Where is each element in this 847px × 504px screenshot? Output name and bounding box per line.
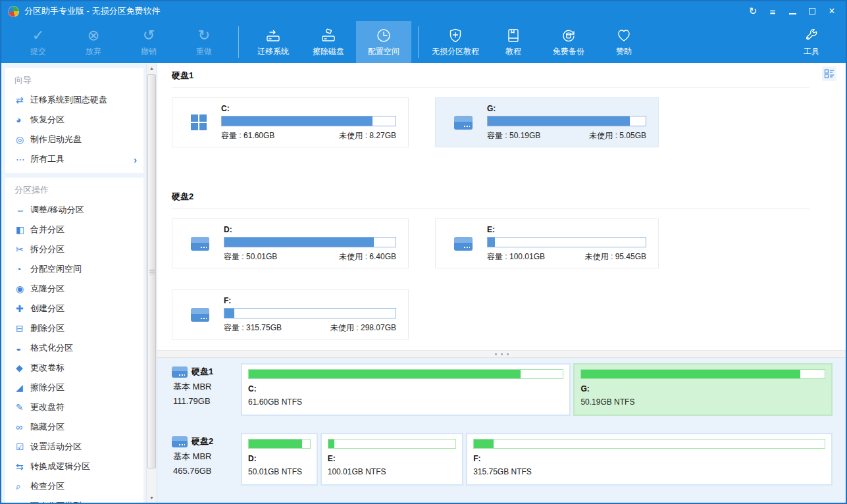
disk1-label[interactable]: 硬盘1 基本 MBR 111.79GB xyxy=(172,363,241,416)
check-partition-icon: ⌕ xyxy=(16,482,30,491)
sidebar-item-delete[interactable]: ⊟ 删除分区 xyxy=(5,318,143,338)
sidebar-item-convert-logical[interactable]: ⇆ 转换成逻辑分区 xyxy=(5,457,143,476)
tutorial-button[interactable]: 教程 xyxy=(486,21,541,63)
partition-block-c[interactable]: C: 61.60GB NTFS xyxy=(241,363,571,416)
sidebar-item-change-drive-letter[interactable]: ✎ 更改盘符 xyxy=(5,397,143,417)
unused-text: 未使用 : 5.05GB xyxy=(589,130,646,141)
partition-card-f[interactable]: F: 容量 : 315.75GB 未使用 : 298.07GB xyxy=(172,290,409,340)
sidebar-item-wipe[interactable]: ◢ 擦除分区 xyxy=(5,378,143,397)
usage-bar xyxy=(580,369,825,379)
lossless-tutorial-button[interactable]: 无损分区教程 xyxy=(425,21,486,63)
redo-button[interactable]: ↻ 重做 xyxy=(176,21,232,63)
unused-text: 未使用 : 6.40GB xyxy=(339,251,396,263)
disk-meta: 基本 MBR xyxy=(172,451,241,463)
panel-splitter[interactable] xyxy=(157,350,846,358)
sidebar-section-title: 分区操作 xyxy=(5,178,143,200)
partition-card-d[interactable]: D: 容量 : 50.01GB 未使用 : 6.40GB xyxy=(172,218,409,268)
sidebar-section-title: 向导 xyxy=(5,68,143,90)
partition-card-e[interactable]: E: 容量 : 100.01GB 未使用 : 95.45GB xyxy=(435,218,659,268)
partition-block-g[interactable]: G: 50.19GB NTFS xyxy=(573,363,833,416)
window-title: 分区助手专业版 - 无损分区免费软件 xyxy=(24,5,744,17)
migrate-os-icon xyxy=(265,27,282,44)
heart-icon xyxy=(615,27,632,44)
disk-size: 465.76GB xyxy=(172,466,241,476)
disk1-row: 硬盘1 基本 MBR 111.79GB C: 61.60GB NTFS xyxy=(172,363,833,416)
disk-size: 111.79GB xyxy=(172,396,241,406)
sidebar-item-create[interactable]: ✚ 创建分区 xyxy=(5,299,143,318)
sidebar-section-wizards: 向导 ⇄ 迁移系统到固态硬盘 ◕ 恢复分区 ◎ 制作启动光盘 ⋯ xyxy=(5,68,143,173)
format-icon: ◒ xyxy=(16,343,30,353)
wrench-icon xyxy=(803,27,820,44)
free-backup-button[interactable]: 免费备份 xyxy=(541,21,596,63)
drive-arrow-icon: ⇄ xyxy=(16,95,30,105)
unused-text: 未使用 : 8.27GB xyxy=(339,130,396,141)
split-icon: ✂ xyxy=(16,245,30,254)
refresh-icon[interactable]: ↻ xyxy=(744,4,761,18)
allocate-space-button[interactable]: 配置空间 xyxy=(356,21,411,63)
shield-plus-icon xyxy=(447,27,464,44)
disk2-label[interactable]: 硬盘2 基本 MBR 465.76GB xyxy=(172,433,241,486)
usage-bar xyxy=(221,116,396,126)
discard-button[interactable]: ⊗ 放弃 xyxy=(66,21,121,63)
scroll-down-arrow-icon[interactable]: ▼ xyxy=(147,493,157,503)
capacity-text: 容量 : 315.75GB xyxy=(224,322,282,334)
sidebar-item-clone[interactable]: ◉ 克隆分区 xyxy=(5,279,143,299)
capacity-text: 容量 : 50.01GB xyxy=(224,251,277,263)
sidebar-item-change-label[interactable]: ◆ 更改卷标 xyxy=(5,358,143,378)
usage-bar xyxy=(248,369,563,379)
sidebar-item-resize-move[interactable]: ⇔ 调整/移动分区 xyxy=(5,200,143,220)
create-icon: ✚ xyxy=(16,304,30,313)
partition-card-g[interactable]: G: 容量 : 50.19GB 未使用 : 5.05GB xyxy=(435,97,659,147)
sidebar-item-merge[interactable]: ◧ 合并分区 xyxy=(5,220,143,239)
app-logo-icon xyxy=(8,6,19,17)
active-partition-icon: ☑ xyxy=(16,442,30,451)
scroll-up-arrow-icon[interactable]: ▲ xyxy=(147,63,157,73)
usage-bar xyxy=(487,116,646,126)
maximize-button[interactable] xyxy=(804,4,821,18)
disk1-heading: 硬盘1 xyxy=(172,63,846,82)
partition-block-d[interactable]: D: 50.01GB NTFS xyxy=(241,433,318,486)
minimize-button[interactable] xyxy=(784,4,801,18)
label-tag-icon: ◆ xyxy=(16,363,30,372)
disk-map-panel: 硬盘1 基本 MBR 111.79GB C: 61.60GB NTFS xyxy=(157,358,846,503)
tools-button[interactable]: 工具 xyxy=(784,21,839,63)
sidebar-item-format[interactable]: ◒ 格式化分区 xyxy=(5,338,143,358)
windows-logo-icon xyxy=(191,114,207,130)
partition-block-e[interactable]: E: 100.01GB NTFS xyxy=(321,433,463,486)
toolbar: ✓ 提交 ⊗ 放弃 ↺ 撤销 ↻ 重做 迁移系统 xyxy=(1,21,846,63)
scrollbar-thumb[interactable] xyxy=(147,74,156,468)
unused-text: 未使用 : 95.45GB xyxy=(585,251,646,263)
partition-card-c[interactable]: C: 容量 : 61.60GB 未使用 : 8.27GB xyxy=(172,97,409,147)
sidebar-item-migrate-to-ssd[interactable]: ⇄ 迁移系统到固态硬盘 xyxy=(5,90,143,110)
capacity-text: 容量 : 50.19GB xyxy=(487,130,540,141)
undo-icon: ↺ xyxy=(143,27,155,44)
sidebar-item-split[interactable]: ✂ 拆分分区 xyxy=(5,239,143,259)
sidebar-item-all-tools[interactable]: ⋯ 所有工具 › xyxy=(5,149,143,169)
migrate-os-button[interactable]: 迁移系统 xyxy=(245,21,301,63)
capacity-text: 容量 : 100.01GB xyxy=(487,251,545,263)
wipe-disk-button[interactable]: 擦除磁盘 xyxy=(301,21,356,63)
partition-block-f[interactable]: F: 315.75GB NTFS xyxy=(466,433,833,486)
sidebar-section-partition-ops: 分区操作 ⇔ 调整/移动分区 ◧ 合并分区 ✂ 拆分分区 ◔ xyxy=(5,178,143,503)
sidebar-item-change-type[interactable]: ID 更改分区类型 xyxy=(5,496,143,503)
sidebar-scrollbar[interactable]: ▲ ▼ xyxy=(146,63,157,503)
drive-icon xyxy=(172,436,188,447)
allocate-free-icon: ◔ xyxy=(16,265,30,274)
sidebar-item-allocate-free-space[interactable]: ◔ 分配空闲空间 xyxy=(5,259,143,279)
commit-button[interactable]: ✓ 提交 xyxy=(11,21,66,63)
sidebar-item-hide[interactable]: ∞ 隐藏分区 xyxy=(5,417,143,437)
view-toggle-button[interactable] xyxy=(822,66,836,81)
bootdisc-icon: ◎ xyxy=(16,135,30,144)
sponsor-button[interactable]: 赞助 xyxy=(596,21,652,63)
undo-button[interactable]: ↺ 撤销 xyxy=(121,21,176,63)
drive-icon xyxy=(172,366,188,378)
chevron-right-icon: › xyxy=(134,154,137,165)
sidebar-item-make-boot-disc[interactable]: ◎ 制作启动光盘 xyxy=(5,130,143,149)
sidebar-item-check[interactable]: ⌕ 检查分区 xyxy=(5,476,143,496)
sidebar-item-set-active[interactable]: ☑ 设置活动分区 xyxy=(5,437,143,457)
sidebar-item-recover-partition[interactable]: ◕ 恢复分区 xyxy=(5,110,143,130)
hide-glasses-icon: ∞ xyxy=(16,422,30,432)
title-bar: 分区助手专业版 - 无损分区免费软件 ↻ ≡ × xyxy=(1,1,846,21)
close-button[interactable]: × xyxy=(823,4,840,18)
menu-icon[interactable]: ≡ xyxy=(764,4,781,18)
